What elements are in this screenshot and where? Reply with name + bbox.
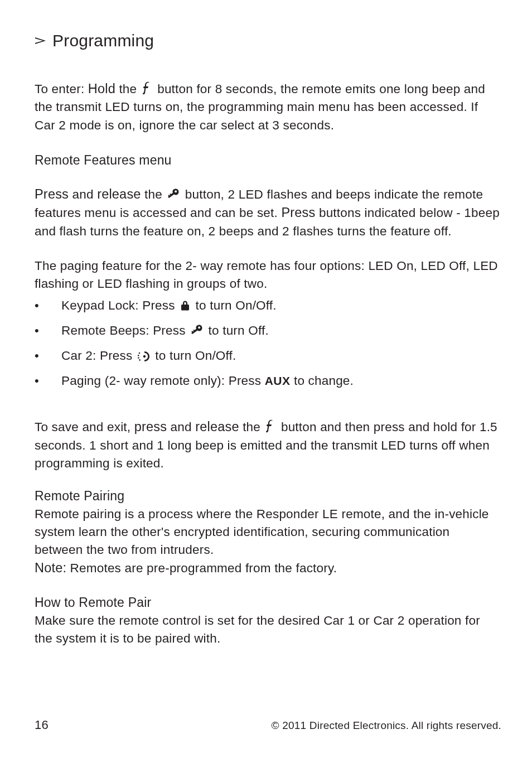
rfm-a: and [69,187,97,201]
remote-features-heading: Remote Features menu [35,151,501,170]
li4-a: Paging (2- way remote only): Press [61,374,265,388]
remote-pairing-heading: Remote Pairing [35,487,501,505]
svg-point-4 [139,359,141,361]
how-to-pair-heading: How to Remote Pair [35,593,501,612]
rfm-paragraph-1: Press and release the button, 2 LED flas… [35,185,501,240]
save-release: release [195,419,239,434]
intro-paragraph: To enter: Hold the button for 8 seconds,… [35,80,501,134]
list-item: Car 2: Press to turn On/Off. [35,346,501,366]
rfm-press2: Press [281,205,315,220]
list-item: Paging (2- way remote only): Press AUX t… [35,371,501,391]
svg-point-3 [138,357,139,359]
li3-a: Car 2: Press [61,349,136,363]
intro-hold: Hold [88,81,115,96]
rfm-paragraph-2: The paging feature for the 2- way remote… [35,257,501,293]
f-icon [142,81,153,95]
li2-b: to turn Off. [205,324,269,337]
svg-point-1 [139,353,141,354]
save-a: To save and exit, [35,420,134,434]
intro-mid: the [115,82,141,96]
note-body: Remotes are pre-programmed from the fact… [66,561,337,575]
key-icon [190,325,204,337]
li1-b: to turn On/Off. [192,298,277,312]
save-b: and [167,420,195,434]
li1-a: Keypad Lock: Press [61,298,178,312]
svg-point-2 [138,355,139,356]
copyright: © 2011 Directed Electronics. All rights … [272,718,501,733]
li4-b: to change. [290,374,354,388]
remote-pairing-section: Remote Pairing Remote pairing is a proce… [35,487,501,578]
remote-pairing-body: Remote pairing is a process where the Re… [35,505,501,559]
title-text: Programming [52,29,154,53]
list-item: Remote Beeps: Press to turn Off. [35,321,501,341]
how-to-pair-body: Make sure the remote control is set for … [35,612,501,648]
save-exit-paragraph: To save and exit, press and release the … [35,418,501,472]
arrow-icon [35,36,47,45]
li3-b: to turn On/Off. [152,349,236,363]
key-icon [167,189,180,201]
rfm-b: the [141,187,166,201]
remote-pairing-note: Note: Remotes are pre-programmed from th… [35,559,501,578]
page-footer: 16 © 2011 Directed Electronics. All righ… [35,716,501,733]
how-to-pair-section: How to Remote Pair Make sure the remote … [35,593,501,648]
rfm-press: Press [35,187,69,201]
f-icon [265,419,276,433]
page-number: 16 [35,716,49,733]
save-c: the [239,420,264,434]
remote-start-icon [137,350,151,362]
list-item: Keypad Lock: Press to turn On/Off. [35,296,501,316]
rfm-release: release [97,187,141,201]
svg-point-0 [143,355,146,358]
aux-label: AUX [265,374,291,387]
intro-pre: To enter: [35,82,88,96]
save-press: press [134,419,167,434]
page-title: Programming [35,29,501,53]
lock-icon [180,300,191,312]
li2-a: Remote Beeps: Press [61,324,189,337]
feature-list: Keypad Lock: Press to turn On/Off. Remot… [35,296,501,391]
note-label: Note: [35,561,66,575]
